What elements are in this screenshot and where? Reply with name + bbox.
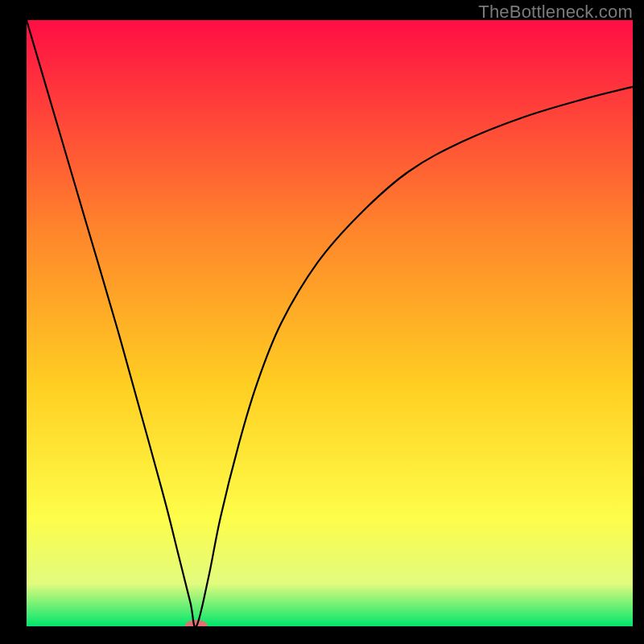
watermark-text: TheBottleneck.com <box>478 2 633 23</box>
chart-svg <box>27 20 633 626</box>
plot-area <box>27 20 633 626</box>
chart-frame: TheBottleneck.com <box>0 0 644 644</box>
